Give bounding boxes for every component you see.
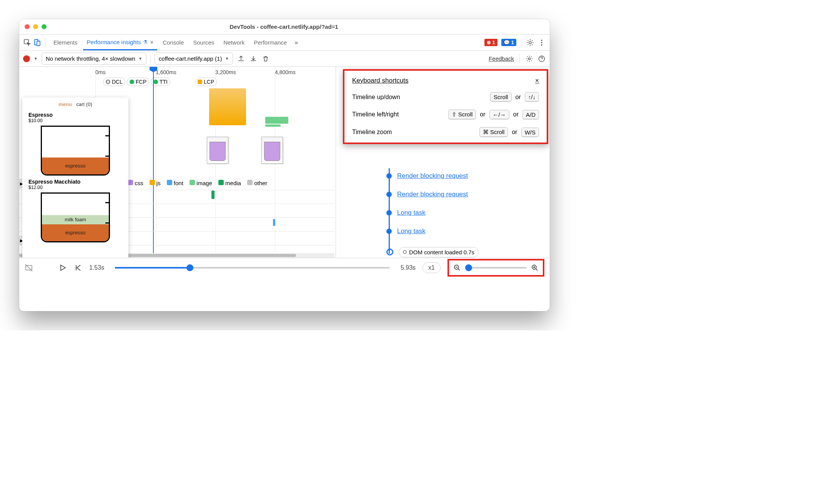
timeline-markers: DCL FCP TTI LCP <box>103 78 217 86</box>
legend-item: font <box>167 180 183 186</box>
dot-icon <box>386 210 392 216</box>
product-name: Espresso <box>28 112 126 118</box>
shortcut-row: Timeline zoom ⌘ Scroll or W/S <box>352 127 539 137</box>
keyboard-shortcuts-panel: Keyboard shortcuts × Timeline up/down Sc… <box>343 69 548 144</box>
key: Scroll <box>490 92 512 102</box>
chevron-down-icon: ▼ <box>138 56 142 61</box>
shortcut-row: Timeline left/right ⇧ Scroll or ←/→ or A… <box>352 109 539 119</box>
tab-console[interactable]: Console <box>159 35 188 50</box>
insight-pill[interactable]: DOM content loaded 0.7s <box>399 247 479 257</box>
product-name: Espresso Macchiato <box>28 179 126 185</box>
message-badge[interactable]: 💬 1 <box>501 39 516 46</box>
insight-item[interactable]: DOM content loaded 0.7s <box>386 243 542 258</box>
insight-link[interactable]: Long task <box>397 227 426 235</box>
record-button[interactable] <box>23 55 30 62</box>
playback-end-time: 5.93s <box>401 264 416 271</box>
window-controls <box>25 24 47 29</box>
playback-speed[interactable]: x1 <box>422 262 441 273</box>
preview-nav: menu cart (0) <box>25 100 126 109</box>
insight-link[interactable]: Render blocking request <box>397 191 468 198</box>
insight-item[interactable]: Long task <box>386 204 542 222</box>
timeline-block[interactable] <box>273 219 275 226</box>
marker-dcl[interactable]: DCL <box>103 78 125 86</box>
import-icon[interactable] <box>249 55 258 63</box>
insight-item[interactable]: Long task <box>386 222 542 240</box>
screenshot-thumb[interactable] <box>207 137 228 164</box>
svg-point-5 <box>541 42 542 43</box>
replay-disabled-icon[interactable] <box>25 264 33 272</box>
tab-sources[interactable]: Sources <box>189 35 218 50</box>
rewind-start-icon[interactable] <box>74 264 82 272</box>
playback-footer: 1.53s 5.93s x1 <box>19 258 550 277</box>
svg-point-7 <box>529 58 531 60</box>
cup-layer: milk foam <box>42 215 109 224</box>
slider-knob[interactable] <box>465 264 472 271</box>
close-icon[interactable]: × <box>535 77 539 85</box>
insight-link[interactable]: Long task <box>397 209 426 217</box>
tab-elements[interactable]: Elements <box>50 35 82 50</box>
screenshot-preview: menu cart (0) Espresso $10.00 espresso E… <box>22 98 128 258</box>
help-icon[interactable] <box>537 55 546 63</box>
timeline-block[interactable] <box>211 191 215 199</box>
close-window-button[interactable] <box>25 24 30 29</box>
minimize-window-button[interactable] <box>33 24 38 29</box>
tab-performance[interactable]: Performance <box>250 35 291 50</box>
insight-link[interactable]: Render blocking request <box>397 172 468 180</box>
legend-item: js <box>150 180 161 186</box>
throttling-select[interactable]: No network throttling, 4× slowdown ▼ <box>42 53 146 65</box>
product-price: $12.00 <box>28 185 126 190</box>
delete-icon[interactable] <box>261 55 270 63</box>
zoom-in-icon[interactable] <box>531 264 539 272</box>
panel-settings-gear-icon[interactable] <box>525 55 534 63</box>
tab-network[interactable]: Network <box>220 35 248 50</box>
key: ←/→ <box>489 110 509 119</box>
svg-rect-2 <box>37 41 40 46</box>
svg-point-6 <box>541 44 542 46</box>
session-select[interactable]: coffee-cart.netlify.app (1) ▼ <box>155 53 233 65</box>
key: A/D <box>522 110 539 119</box>
cup-layer: espresso <box>42 224 109 241</box>
time-tick: 1,600ms <box>156 69 176 75</box>
timeline-block[interactable] <box>265 124 281 127</box>
timeline-block[interactable] <box>265 117 288 124</box>
time-tick: 3,200ms <box>215 69 236 75</box>
zoom-slider[interactable] <box>465 267 527 269</box>
key: ⌘ Scroll <box>479 127 508 137</box>
key: ⇧ Scroll <box>448 109 476 119</box>
insights-toolbar: ▼ No network throttling, 4× slowdown ▼ c… <box>19 51 550 67</box>
record-menu-caret-icon[interactable]: ▼ <box>34 56 38 61</box>
marker-fcp[interactable]: FCP <box>127 78 149 86</box>
marker-lcp[interactable]: LCP <box>195 78 217 86</box>
export-icon[interactable] <box>237 55 245 63</box>
insight-item[interactable]: Render blocking request <box>386 167 542 185</box>
dot-icon <box>386 192 392 197</box>
insight-item[interactable]: Render blocking request <box>386 185 542 204</box>
feedback-link[interactable]: Feedback <box>489 55 514 62</box>
circle-icon <box>403 250 407 254</box>
device-toolbar-icon[interactable] <box>33 38 42 47</box>
timeline-playhead[interactable] <box>153 67 154 258</box>
play-icon[interactable] <box>58 264 67 272</box>
screenshot-thumb[interactable] <box>261 137 283 164</box>
zoom-out-icon[interactable] <box>453 264 461 272</box>
timeline-block[interactable] <box>209 88 246 125</box>
cup-layer: espresso <box>42 158 109 174</box>
maximize-window-button[interactable] <box>42 24 47 29</box>
legend-item: media <box>218 180 241 186</box>
tab-label: Performance insights <box>87 39 141 45</box>
timeline-panel[interactable]: 0ms 1,600ms 3,200ms 4,800ms DCL FCP TTI … <box>19 67 550 258</box>
tab-performance-insights[interactable]: Performance insights ⚗ × <box>83 35 158 50</box>
kebab-menu-icon[interactable] <box>537 38 546 47</box>
zoom-controls <box>447 259 544 277</box>
inspect-icon[interactable] <box>23 38 32 47</box>
close-tab-icon[interactable]: × <box>150 39 153 45</box>
throttling-value: No network throttling, 4× slowdown <box>46 55 135 62</box>
error-badge[interactable]: ⊗ 1 <box>484 39 497 46</box>
settings-gear-icon[interactable] <box>526 38 534 47</box>
window-title: DevTools - coffee-cart.netlify.app/?ad=1 <box>47 23 521 30</box>
slider-knob[interactable] <box>186 264 193 271</box>
playback-slider[interactable] <box>115 267 390 269</box>
shortcut-label: Timeline left/right <box>352 111 399 118</box>
more-tabs-icon[interactable]: » <box>292 39 300 46</box>
dot-icon <box>386 173 392 179</box>
